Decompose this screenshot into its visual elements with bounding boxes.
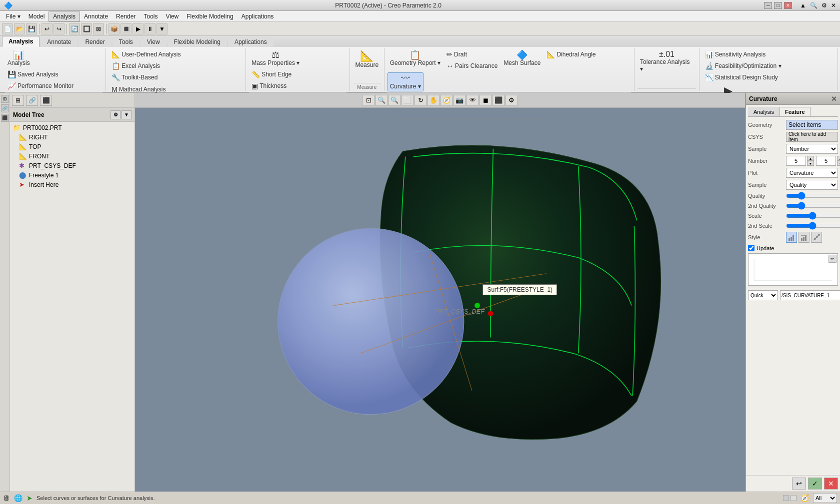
menu-applications[interactable]: Applications <box>238 12 278 21</box>
style-btn-3[interactable] <box>811 232 822 243</box>
cancel-btn[interactable]: ✕ <box>824 478 838 490</box>
short-edge-btn[interactable]: 📏 Short Edge <box>249 69 294 80</box>
style-btn-2[interactable] <box>798 232 810 243</box>
window-controls[interactable]: ─ □ ✕ ▲ 🔍 ⚙ ✕ <box>764 2 836 9</box>
saved-analysis-btn[interactable]: 💾 Saved Analysis <box>5 69 76 80</box>
draft-btn[interactable]: ✏ Draft <box>444 49 500 60</box>
geometry-report-btn[interactable]: 📋 Geometry Report ▾ <box>388 49 443 68</box>
update-label[interactable]: Update <box>756 245 774 251</box>
close-app-btn[interactable]: ✕ <box>831 2 836 9</box>
toolbar-btn-6[interactable]: 🔳 <box>120 23 132 34</box>
redo-btn[interactable]: ↪ <box>54 23 64 34</box>
back-btn[interactable]: ↩ <box>792 478 806 490</box>
tree-item-front[interactable]: 📐 FRONT <box>11 151 134 161</box>
spinner-down-1[interactable]: ▼ <box>807 161 814 166</box>
perf-monitor-btn[interactable]: 📈 Performance Monitor <box>5 80 76 91</box>
sidebar-tool-3[interactable]: ⬛ <box>40 95 52 106</box>
close-window-btn[interactable]: ⊠ <box>93 23 104 34</box>
quick-select[interactable]: Quick Standard <box>748 290 778 300</box>
tree-root[interactable]: 📁 PRT0002.PRT <box>11 123 134 132</box>
pairs-clearance-btn[interactable]: ↔ Pairs Clearance <box>444 60 500 71</box>
switch-window-btn[interactable]: 🔲 <box>81 23 92 34</box>
geometry-select-btn[interactable]: Select items <box>786 120 838 130</box>
regenerate-btn[interactable]: 🔄 <box>69 23 80 34</box>
tree-item-freestyle[interactable]: ⬤ Freestyle 1 <box>11 170 134 180</box>
quality2-slider[interactable] <box>786 202 840 210</box>
menu-view[interactable]: View <box>162 12 182 21</box>
number-input-1[interactable] <box>786 156 806 166</box>
tree-settings-btn[interactable]: ⚙ <box>110 110 120 119</box>
toolkit-btn[interactable]: 🔧 Toolkit-Based <box>109 72 183 83</box>
tab-render[interactable]: Render <box>78 36 111 47</box>
tree-item-insert[interactable]: ➤ Insert Here <box>11 180 134 189</box>
measure-btn[interactable]: 📐 Measure <box>353 49 381 70</box>
tab-applications[interactable]: Applications <box>228 36 274 47</box>
tab-tools[interactable]: Tools <box>112 36 140 47</box>
spinner-down-2[interactable]: ▼ <box>837 161 840 166</box>
plot-select[interactable]: Curvature Gaussian Mean <box>786 168 838 178</box>
chart-edit-btn[interactable]: ✏ <box>828 255 836 263</box>
spinner-up-2[interactable]: ▲ <box>837 156 840 161</box>
undo-btn[interactable]: ↩ <box>42 23 52 34</box>
scale2-slider[interactable] <box>786 222 840 230</box>
feasibility-btn[interactable]: 🔬 Feasibility/Optimization ▾ <box>702 60 784 71</box>
panel-tab-feature[interactable]: Feature <box>780 107 810 116</box>
tab-annotate[interactable]: Annotate <box>40 36 78 47</box>
sample2-select[interactable]: Quality Number <box>786 180 838 190</box>
analysis-btn[interactable]: 📊 Analysis <box>5 49 32 68</box>
dihedral-btn[interactable]: 📐 Dihedral Angle <box>544 49 598 60</box>
view-select[interactable]: All Front Top <box>813 493 837 503</box>
menu-model[interactable]: Model <box>24 12 49 21</box>
new-btn[interactable]: 📄 <box>2 23 13 34</box>
toolbar-btn-7[interactable]: ▶ <box>132 23 144 34</box>
viewport[interactable]: ⊡ 🔍 🔍 ⬜ ↻ ✋ 🧭 📷 👁 ◼ ⬛ ⚙ <box>135 93 745 492</box>
mass-properties-btn[interactable]: ⚖ Mass Properties ▾ <box>249 49 302 68</box>
restore-btn[interactable]: □ <box>774 2 782 9</box>
csys-add-btn[interactable]: Click here to add item <box>786 132 838 142</box>
toolbar-btn-5[interactable]: 📦 <box>108 23 120 34</box>
menu-annotate[interactable]: Annotate <box>80 12 112 21</box>
menu-analysis[interactable]: Analysis <box>48 11 80 21</box>
settings-btn[interactable]: ⚙ <box>822 2 827 9</box>
user-defined-btn[interactable]: 📐 User-Defined Analysis <box>109 49 183 60</box>
quality-slider[interactable] <box>786 192 840 200</box>
open-btn[interactable]: 📂 <box>14 23 25 34</box>
menu-tools[interactable]: Tools <box>140 12 162 21</box>
tree-item-right[interactable]: 📐 RIGHT <box>11 132 134 142</box>
menu-render[interactable]: Render <box>112 12 140 21</box>
search-btn[interactable]: 🔍 <box>810 2 818 9</box>
compass-icon[interactable]: 🧭 <box>800 494 809 502</box>
update-checkbox[interactable] <box>748 245 754 251</box>
left-col-btn-2[interactable]: 🔗 <box>1 104 9 112</box>
help-btn[interactable]: ▲ <box>800 2 806 9</box>
number-input-2[interactable] <box>816 156 836 166</box>
menu-flexible-modeling[interactable]: Flexible Modeling <box>182 12 237 21</box>
tab-view[interactable]: View <box>140 36 166 47</box>
thickness-btn[interactable]: ▣ Thickness <box>249 80 294 91</box>
toolbar-btn-extra[interactable]: ▼ <box>156 23 168 34</box>
sensitivity-btn[interactable]: 📊 Sensitivity Analysis <box>702 49 784 60</box>
statistical-btn[interactable]: 📉 Statistical Design Study <box>702 72 784 83</box>
sample-select[interactable]: Number Quality <box>786 144 838 154</box>
save-btn[interactable]: 💾 <box>26 23 37 34</box>
curvature-name-input[interactable] <box>780 290 840 300</box>
sidebar-tool-2[interactable]: 🔗 <box>26 95 38 106</box>
menu-file[interactable]: File ▾ <box>2 12 24 21</box>
sidebar-tool-1[interactable]: ⊞ <box>12 95 24 106</box>
style-btn-1[interactable] <box>786 232 797 243</box>
left-col-btn-3[interactable]: ⬛ <box>1 114 9 122</box>
toolbar-btn-8[interactable]: ⏸ <box>144 23 156 34</box>
spinner-up-1[interactable]: ▲ <box>807 156 814 161</box>
tree-item-csys[interactable]: ✱ PRT_CSYS_DEF <box>11 161 134 170</box>
tab-flexible-modeling[interactable]: Flexible Modeling <box>168 36 227 47</box>
curvature-close-btn[interactable]: ✕ <box>831 95 837 103</box>
tree-item-top[interactable]: 📐 TOP <box>11 142 134 151</box>
tree-collapse-btn[interactable]: ▼ <box>122 110 132 119</box>
scale-slider[interactable] <box>786 212 840 220</box>
close-btn[interactable]: ✕ <box>784 2 792 9</box>
ok-btn[interactable]: ✓ <box>808 478 822 490</box>
left-col-btn-1[interactable]: ⊞ <box>1 95 9 103</box>
panel-tab-analysis[interactable]: Analysis <box>748 107 780 116</box>
mesh-surface-btn[interactable]: 🔷 Mesh Surface <box>501 49 543 68</box>
curvature-btn[interactable]: 〰 Curvature ▾ <box>388 72 424 91</box>
